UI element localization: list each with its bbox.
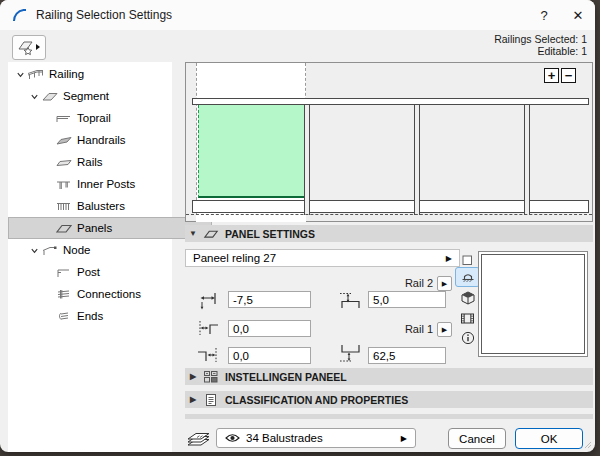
inner-posts-icon [54, 177, 73, 191]
layer-name: 34 Balustrades [246, 432, 323, 444]
tree-item-label: Node [63, 244, 91, 256]
inset-left-input[interactable] [228, 320, 311, 337]
popup-arrow-icon: ▶ [401, 434, 407, 443]
ok-button[interactable]: OK [515, 428, 583, 449]
tree-item-handrails[interactable]: Handrails [8, 129, 212, 151]
tree-item-ends[interactable]: Ends [8, 305, 212, 327]
rail1-distance-icon [338, 343, 362, 363]
cube-3d-icon [461, 291, 475, 305]
rail2-popup-button[interactable]: ▶ [437, 276, 452, 291]
favorites-panel-star-icon [17, 39, 41, 56]
preview-top-rail[interactable] [192, 98, 589, 105]
tree-item-railing[interactable]: Railing [8, 63, 172, 85]
component-preview-canvas [481, 254, 585, 354]
rail2-distance-icon [338, 290, 362, 310]
instellingen-paneel-header[interactable]: ▶ INSTELLINGEN PANEEL [185, 368, 593, 385]
component-preview-box[interactable] [478, 251, 588, 357]
tree-item-segment[interactable]: Segment [8, 85, 186, 107]
node-icon [40, 243, 59, 257]
elevation-view-icon [460, 270, 476, 284]
expand-arrow-icon[interactable]: ▶ [185, 395, 201, 404]
help-button[interactable]: ? [527, 0, 561, 30]
square-option-icon [462, 255, 473, 266]
collapse-arrow-icon[interactable]: ▼ [185, 229, 201, 238]
zoom-out-button[interactable]: − [561, 68, 576, 83]
inset-left-icon [196, 318, 220, 338]
tree-item-panels[interactable]: Panels [8, 217, 212, 239]
rail1-popup-button[interactable]: ▶ [437, 322, 452, 337]
horizontal-offset-icon [198, 290, 222, 310]
film-strip-icon [460, 312, 475, 325]
connections-icon [54, 287, 73, 301]
horizontal-offset-input[interactable] [228, 291, 311, 308]
panel-settings-header[interactable]: ▼ PANEL SETTINGS [185, 225, 593, 242]
title-bar: Railing Selection Settings ? ✕ [0, 0, 595, 30]
resize-grip[interactable] [584, 441, 592, 449]
cancel-button[interactable]: Cancel [448, 428, 506, 449]
preview-post[interactable] [414, 105, 420, 215]
rail2-distance-input[interactable] [368, 291, 446, 308]
railing-icon [26, 67, 45, 81]
chevron-down-icon[interactable] [14, 70, 26, 79]
favorites-button[interactable] [12, 35, 46, 60]
panel-type-value: Paneel reling 27 [193, 252, 276, 264]
panels-icon [54, 221, 73, 235]
chevron-down-icon[interactable] [28, 246, 40, 255]
tree-item-toprail[interactable]: Toprail [8, 107, 212, 129]
tree-item-label: Inner Posts [77, 178, 135, 190]
view-option-3d[interactable] [455, 288, 480, 308]
zoom-in-button[interactable]: + [544, 68, 559, 83]
chevron-down-icon[interactable] [28, 92, 40, 101]
dialog-title: Railing Selection Settings [36, 8, 172, 22]
railing-preview[interactable]: + − [185, 62, 593, 222]
tree-item-label: Post [77, 266, 100, 278]
rail1-label: Rail 1 [385, 323, 433, 335]
rail2-label: Rail 2 [385, 277, 433, 289]
next-section-header-partial [185, 414, 593, 419]
tree-item-label: Panels [77, 222, 112, 234]
close-button[interactable]: ✕ [561, 0, 595, 30]
handrail-icon [54, 133, 73, 147]
expand-arrow-icon[interactable]: ▶ [185, 372, 201, 381]
tree-item-label: Balusters [77, 200, 125, 212]
layer-selector[interactable]: 34 Balustrades ▶ [216, 428, 416, 448]
tree-item-label: Ends [77, 310, 103, 322]
panel-type-selector[interactable]: Paneel reling 27 ▶ [185, 249, 460, 267]
selected-bay-zone-foot [196, 215, 306, 222]
tree-item-inner-posts[interactable]: Inner Posts [8, 173, 212, 195]
instellingen-paneel-title: INSTELLINGEN PANEEL [225, 371, 347, 383]
railings-selected-count: Railings Selected: 1 [494, 34, 587, 46]
panel-settings-title: PANEL SETTINGS [225, 228, 315, 240]
view-option-film[interactable] [455, 308, 480, 328]
tree-item-label: Toprail [77, 112, 111, 124]
selected-panel-highlight[interactable] [198, 105, 304, 198]
tree-item-label: Connections [77, 288, 141, 300]
rail-icon [54, 155, 73, 169]
document-icon [201, 393, 221, 407]
selection-info: Railings Selected: 1 Editable: 1 [494, 34, 587, 57]
railing-tool-icon [12, 7, 28, 23]
tree-item-label: Railing [49, 68, 84, 80]
layers-icon [186, 429, 212, 451]
tree-item-label: Rails [77, 156, 103, 168]
popup-arrow-icon: ▶ [446, 254, 452, 263]
eye-icon [225, 433, 240, 443]
view-option-elevation[interactable] [455, 267, 480, 287]
inset-right-input[interactable] [228, 347, 311, 364]
editable-count: Editable: 1 [494, 46, 587, 58]
tree-item-balusters[interactable]: Balusters [8, 195, 212, 217]
preview-post[interactable] [524, 105, 530, 215]
railing-structure-tree: Railing Segment Toprail Handrails Rails … [8, 62, 172, 452]
preview-post[interactable] [304, 105, 310, 215]
tree-item-rails[interactable]: Rails [8, 151, 212, 173]
classification-properties-header[interactable]: ▶ CLASSIFICATION AND PROPERTIES [185, 391, 593, 408]
view-option-info[interactable] [455, 328, 480, 348]
custom-settings-icon [201, 370, 221, 384]
rail1-distance-input[interactable] [368, 347, 446, 364]
info-icon [461, 331, 475, 345]
segment-icon [40, 89, 59, 103]
tree-item-node[interactable]: Node [8, 239, 186, 261]
tree-item-post[interactable]: Post [8, 261, 212, 283]
tree-item-connections[interactable]: Connections [8, 283, 212, 305]
panel-icon [201, 228, 221, 240]
